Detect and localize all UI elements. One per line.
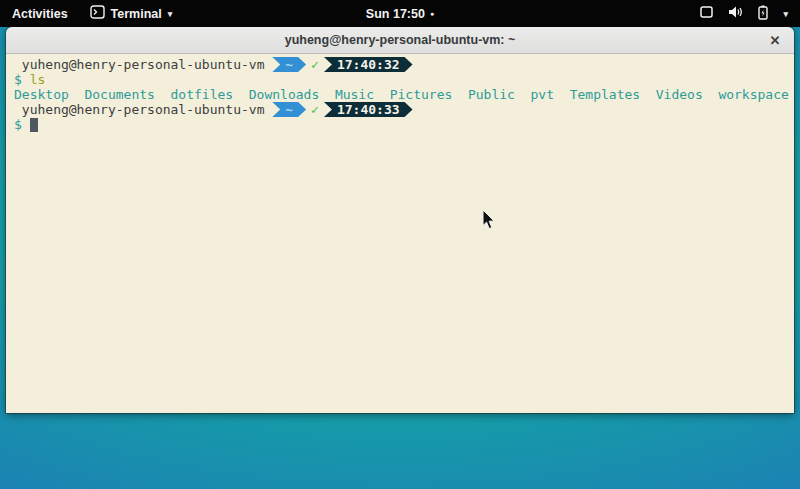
directory-name: Pictures <box>390 87 453 102</box>
system-status-area[interactable]: ▾ <box>699 0 800 27</box>
prompt-time-segment: 17:40:33 <box>324 102 413 117</box>
top-bar: Activities Terminal ▾ Sun 17:50 ● <box>0 0 800 27</box>
app-menu-label: Terminal <box>111 7 162 21</box>
terminal-content[interactable]: yuheng@henry-personal-ubuntu-vm ~ ✓ 17:4… <box>6 54 794 413</box>
window-titlebar[interactable]: yuheng@henry-personal-ubuntu-vm: ~ ✕ <box>6 27 794 54</box>
terminal-app-icon <box>90 5 105 22</box>
directory-name: Videos <box>656 87 703 102</box>
terminal-window: yuheng@henry-personal-ubuntu-vm: ~ ✕ yuh… <box>6 27 794 413</box>
prompt-line-2: yuheng@henry-personal-ubuntu-vm ~ ✓ 17:4… <box>14 102 790 117</box>
prompt-dollar-symbol: $ <box>14 117 22 132</box>
directory-name: pvt <box>531 87 554 102</box>
window-title: yuheng@henry-personal-ubuntu-vm: ~ <box>285 33 516 47</box>
prompt-time-segment: 17:40:32 <box>324 57 413 72</box>
directory-name: workspace <box>718 87 788 102</box>
current-input-line[interactable]: $ <box>14 117 790 132</box>
prompt-status-check-icon: ✓ <box>311 57 319 72</box>
ls-output-row: DesktopDocumentsdotfilesDownloadsMusicPi… <box>14 87 790 102</box>
activities-button[interactable]: Activities <box>0 0 80 27</box>
app-menu-chevron-icon: ▾ <box>168 9 173 19</box>
prompt-line-1: yuheng@henry-personal-ubuntu-vm ~ ✓ 17:4… <box>14 57 790 72</box>
clock-label[interactable]: Sun 17:50 <box>366 7 425 21</box>
typed-command: ls <box>30 72 46 87</box>
prompt-status-check-icon: ✓ <box>311 102 319 117</box>
terminal-cursor <box>30 118 38 132</box>
directory-name: Downloads <box>249 87 319 102</box>
battery-charging-icon <box>756 5 770 23</box>
directory-name: Desktop <box>14 87 69 102</box>
directory-name: Public <box>468 87 515 102</box>
directory-name: dotfiles <box>171 87 234 102</box>
system-menu-chevron-icon: ▾ <box>783 9 788 19</box>
volume-icon <box>727 5 743 22</box>
screen-icon <box>699 5 714 22</box>
close-button[interactable]: ✕ <box>765 30 785 50</box>
prompt-user-host: yuheng@henry-personal-ubuntu-vm <box>14 57 272 72</box>
command-line-ls: $ ls <box>14 72 790 87</box>
directory-name: Templates <box>570 87 640 102</box>
notification-dot-icon: ● <box>430 10 434 17</box>
prompt-cwd-segment: ~ <box>272 102 306 117</box>
prompt-dollar-symbol: $ <box>14 72 22 87</box>
prompt-cwd-segment: ~ <box>272 57 306 72</box>
directory-name: Documents <box>84 87 154 102</box>
directory-name: Music <box>335 87 374 102</box>
prompt-user-host: yuheng@henry-personal-ubuntu-vm <box>14 102 272 117</box>
app-menu-button[interactable]: Terminal ▾ <box>80 0 183 27</box>
